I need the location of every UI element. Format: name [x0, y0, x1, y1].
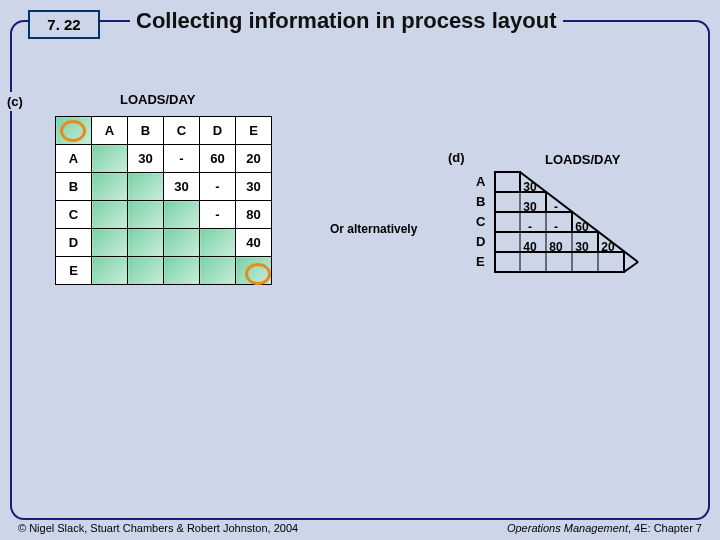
slide-number-badge: 7. 22 [28, 10, 100, 39]
row-hdr: E [56, 257, 92, 285]
cell: 40 [518, 240, 542, 254]
cell: 20 [596, 240, 620, 254]
svg-line-9 [624, 262, 638, 272]
slide-title: Collecting information in process layout [130, 8, 563, 34]
footer-book-ref: Operations Management, 4E: Chapter 7 [507, 522, 702, 534]
cell: - [544, 220, 568, 234]
or-alternatively-label: Or alternatively [330, 222, 417, 236]
col-hdr: C [164, 117, 200, 145]
row-hdr: C [476, 214, 485, 229]
cell: 60 [200, 145, 236, 173]
row-hdr: C [56, 201, 92, 229]
cell: - [544, 200, 568, 214]
cell: - [164, 145, 200, 173]
cell: 30 [164, 173, 200, 201]
row-hdr: D [56, 229, 92, 257]
row-hdr: A [56, 145, 92, 173]
col-hdr: E [236, 117, 272, 145]
highlight-circle-icon [245, 263, 271, 285]
book-chapter: , 4E: Chapter 7 [628, 522, 702, 534]
row-hdr: B [56, 173, 92, 201]
col-hdr: A [92, 117, 128, 145]
highlight-circle-icon [60, 120, 86, 142]
row-hdr: D [476, 234, 485, 249]
cell: 40 [236, 229, 272, 257]
cell: - [200, 201, 236, 229]
footer-copyright: © Nigel Slack, Stuart Chambers & Robert … [18, 522, 298, 534]
cell: 80 [544, 240, 568, 254]
section-c-label: (c) [5, 92, 25, 111]
cell: - [200, 173, 236, 201]
cell: - [518, 220, 542, 234]
triangular-matrix-d: A B C D E 30 30 - - - 60 40 80 30 20 [470, 162, 670, 292]
book-title: Operations Management [507, 522, 628, 534]
col-hdr: D [200, 117, 236, 145]
row-hdr: A [476, 174, 485, 189]
row-hdr: B [476, 194, 485, 209]
col-hdr: B [128, 117, 164, 145]
cell: 30 [128, 145, 164, 173]
cell: 30 [570, 240, 594, 254]
section-c-caption: LOADS/DAY [120, 92, 195, 107]
matrix-table-c: A B C D E A 30 - 60 20 B 30 - 30 C - 80 … [55, 116, 272, 285]
cell: 80 [236, 201, 272, 229]
cell: 30 [236, 173, 272, 201]
cell: 30 [518, 200, 542, 214]
cell: 30 [518, 180, 542, 194]
cell: 20 [236, 145, 272, 173]
section-d-label: (d) [448, 150, 465, 165]
row-hdr: E [476, 254, 485, 269]
cell: 60 [570, 220, 594, 234]
